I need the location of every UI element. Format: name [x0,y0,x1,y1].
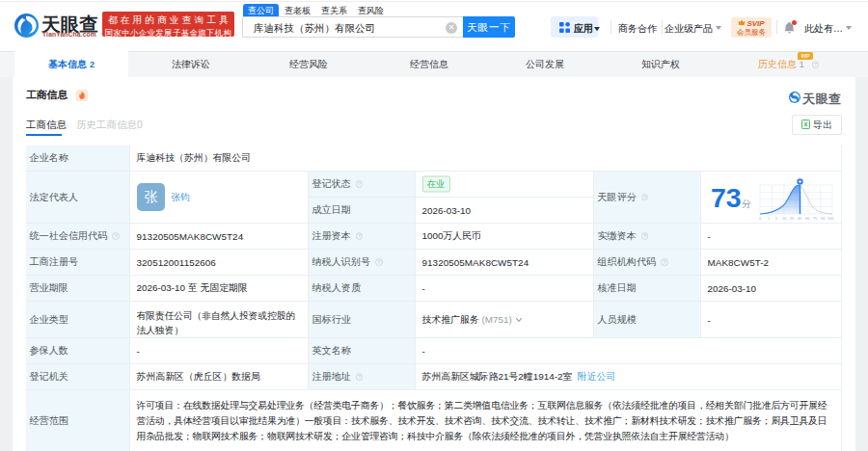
svg-text:20: 20 [790,217,794,221]
svg-text:0: 0 [759,217,761,221]
svg-text:1: 1 [768,217,770,221]
svg-text:90: 90 [821,217,825,221]
svg-text:100: 100 [827,217,833,221]
svg-text:40: 40 [798,217,801,221]
svg-text:75: 75 [813,217,817,221]
svg-text:60: 60 [805,217,809,221]
svg-text:5: 5 [775,217,777,221]
svg-text:10: 10 [782,217,786,221]
